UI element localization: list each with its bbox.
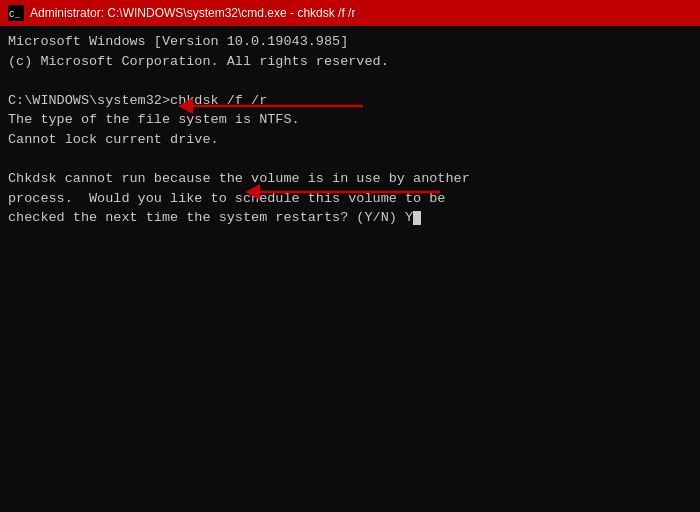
svg-marker-3	[178, 98, 193, 114]
terminal-line-6: Cannot lock current drive.	[8, 130, 692, 150]
cursor	[413, 211, 421, 225]
terminal-line-1: Microsoft Windows [Version 10.0.19043.98…	[8, 32, 692, 52]
svg-text:C_: C_	[9, 10, 20, 20]
terminal-line-7	[8, 149, 692, 169]
cmd-window: C_ Administrator: C:\WINDOWS\system32\cm…	[0, 0, 700, 512]
terminal-body[interactable]: Microsoft Windows [Version 10.0.19043.98…	[0, 26, 700, 512]
cmd-icon: C_	[8, 5, 24, 21]
svg-marker-5	[245, 184, 260, 200]
terminal-line-2: (c) Microsoft Corporation. All rights re…	[8, 52, 692, 72]
title-bar: C_ Administrator: C:\WINDOWS\system32\cm…	[0, 0, 700, 26]
arrow-1	[168, 88, 368, 124]
window-title: Administrator: C:\WINDOWS\system32\cmd.e…	[30, 6, 692, 20]
arrow-2	[235, 174, 445, 210]
terminal-line-10: checked the next time the system restart…	[8, 208, 692, 228]
